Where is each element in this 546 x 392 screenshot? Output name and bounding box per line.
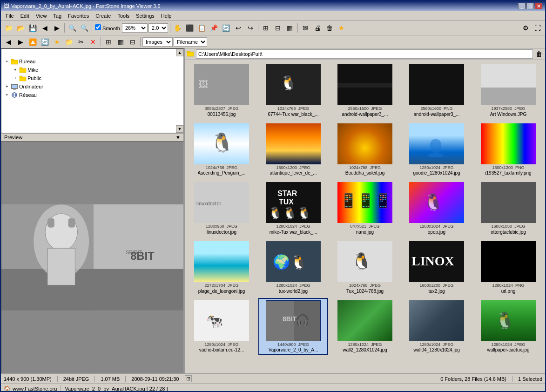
nav-forward-button[interactable]: ▶ — [15, 36, 26, 47]
email-button[interactable]: ✉ — [300, 22, 311, 34]
thumb-cell-23[interactable]: 1280x1024 JPEG wall04_1280x1024.jpg — [402, 298, 472, 355]
zoom-percent-select[interactable]: 26%50%100% — [122, 23, 148, 33]
thumb-cell-9[interactable]: 1600x1200 PNG i193527_tuxfamily.png — [473, 121, 543, 178]
thumb-cell-20[interactable]: 🐄 1280x1024 JPEG vache-boitam.eu-12... — [187, 298, 256, 355]
tree-item-bureau[interactable]: + Bureau — [2, 57, 182, 66]
star-button[interactable]: ★ — [336, 22, 347, 34]
thumb-img-11: STARTUX🐧🐧🐧 — [266, 182, 321, 223]
settings-btn[interactable]: ⚙ — [520, 22, 531, 34]
nav-grid-c-button[interactable]: ⊟ — [127, 36, 138, 47]
menu-create[interactable]: Create — [93, 13, 114, 19]
folder-tree[interactable]: ▲ + Bureau + Mike — [1, 48, 184, 133]
tree-expand-public[interactable]: + — [12, 74, 19, 82]
menu-favorites[interactable]: Favorites — [65, 13, 92, 19]
grid2-button[interactable]: ⊟ — [272, 22, 283, 34]
thumb-cell-3[interactable]: 2560x1600 PNG android-wallpaper3_... — [402, 62, 472, 119]
close-button[interactable]: ✕ — [535, 3, 542, 9]
print-button[interactable]: 🖨 — [312, 22, 323, 34]
tree-item-ordinateur[interactable]: + Ordinateur — [2, 82, 182, 91]
nav-grid-b-button[interactable]: ▦ — [115, 36, 126, 47]
menu-edit[interactable]: Edit — [18, 13, 32, 19]
nav-back-button[interactable]: ◀ — [3, 36, 14, 47]
undo-button[interactable]: ↩ — [233, 22, 244, 34]
thumb-cell-22[interactable]: 1280x1024 JPEG wall2_1280X1024.jpg — [330, 298, 400, 355]
thumb-name-5: Ascending_Penguin_... — [198, 170, 246, 176]
thumb-img-18: LINOX — [409, 241, 464, 282]
next-button[interactable]: ▶ — [51, 22, 62, 34]
tree-item-mike[interactable]: + Mike — [2, 66, 182, 74]
tree-item-public[interactable]: + Public — [2, 74, 182, 82]
nav-delete-red-button[interactable]: ✕ — [88, 36, 99, 47]
tree-expand-bureau[interactable]: + — [3, 58, 11, 65]
thumb-name-8: goodie_1280x1024.jpg — [413, 170, 460, 176]
thumb-cell-10[interactable]: linuxdoctor 1280x960 JPEG linuxdoctor.jp… — [187, 180, 256, 237]
delete-button[interactable]: 🗑 — [324, 22, 335, 34]
preview-dropdown-icon[interactable]: ▼ — [175, 135, 181, 140]
thumb-cell-15[interactable]: 2272x1704 JPEG plage_de_luengoni.jpg — [187, 239, 256, 296]
nav-up-button[interactable]: 🔼 — [27, 36, 38, 47]
maximize-button[interactable]: □ — [526, 3, 534, 9]
thumb-cell-19[interactable]: 1280x1024 PNG url.png — [473, 239, 543, 296]
grid3-button[interactable]: ▦ — [284, 22, 296, 34]
minimize-button[interactable]: _ — [518, 3, 526, 9]
nav-cut-button[interactable]: ✂ — [75, 36, 87, 47]
thumb-cell-8[interactable]: 👤 1280x1024 JPEG goodie_1280x1024.jpg — [402, 121, 472, 178]
thumb-cell-5[interactable]: 🐧 1024x768 JPEG Ascending_Penguin_... — [187, 121, 256, 178]
rotate-button[interactable]: 🔄 — [221, 22, 232, 34]
grid-button[interactable]: ⊞ — [260, 22, 271, 34]
tree-expand-ordinateur[interactable]: + — [3, 83, 11, 90]
select-button[interactable]: ⬛ — [184, 22, 195, 34]
zoom-factor-select[interactable]: 2.01.51.0 — [148, 23, 168, 33]
path-input[interactable] — [196, 49, 533, 59]
filter-type-select[interactable]: Images All Files — [142, 37, 173, 47]
zoom-out-button[interactable]: 🔍 — [79, 22, 90, 34]
prev-button[interactable]: ◀ — [39, 22, 50, 34]
thumb-cell-21[interactable]: 8BIT🎧 1440x900 JPEG Vaporware_2_0_by_A..… — [258, 298, 328, 355]
nav-folder-button[interactable]: 📁 — [63, 36, 74, 47]
hand-tool-button[interactable]: ✋ — [172, 22, 183, 34]
thumb-cell-13[interactable]: 🐧 1280x1024 JPEG opop.jpg — [402, 180, 472, 237]
save-button[interactable]: 💾 — [27, 22, 38, 34]
thumb-cell-24[interactable]: 🐧 1280x1024 JPEG wallpaper-cactux.jpg — [473, 298, 543, 355]
thumb-cell-0[interactable]: 🖼 3056x2307 JPEG 00013456.jpg — [187, 62, 256, 119]
thumb-cell-7[interactable]: 1024x768 JPEG Bouddha_soleil.jpg — [330, 121, 400, 178]
tree-expand-mike[interactable]: + — [12, 66, 19, 74]
svg-rect-2 — [20, 68, 26, 73]
menu-view[interactable]: View — [33, 13, 50, 19]
nav-refresh-button[interactable]: 🔄 — [39, 36, 50, 47]
sort-by-select[interactable]: Filename Date Size — [174, 37, 207, 47]
menu-file[interactable]: File — [3, 13, 17, 19]
thumb-cell-2[interactable]: 2560x1600 JPEG android-wallpaper3_... — [330, 62, 400, 119]
status-fit-icon[interactable]: ⊡ — [185, 375, 192, 382]
thumb-cell-11[interactable]: STARTUX🐧🐧🐧 1280x1024 JPEG mike-Tux war_b… — [258, 180, 328, 237]
thumb-cell-12[interactable]: 📱📱📱 847x521 JPEG nano.jpg — [330, 180, 400, 237]
smooth-checkbox[interactable] — [95, 24, 101, 30]
menu-help[interactable]: Help — [158, 13, 175, 19]
menu-settings[interactable]: Settings — [133, 13, 157, 19]
thumbnail-grid[interactable]: 🖼 3056x2307 JPEG 00013456.jpg 🐧 1024x768… — [185, 60, 545, 373]
open-folder-button[interactable]: 📁 — [3, 22, 14, 34]
open-recent-button[interactable]: 📂 — [15, 22, 26, 34]
thumb-cell-1[interactable]: 🐧 1024x768 JPEG 67744-Tux war_black_... — [258, 62, 328, 119]
zoom-in-button[interactable]: 🔍 — [67, 22, 78, 34]
thumb-cell-14[interactable]: 1680x1050 JPEG ottergtaclubic.jpg — [473, 180, 543, 237]
thumb-cell-4[interactable]: 1937x2580 JPEG Art Windows.JPG — [473, 62, 543, 119]
thumb-cell-18[interactable]: LINOX 1600x1200 JPEG tux2.jpg — [402, 239, 472, 296]
nav-star-button[interactable]: ★ — [51, 36, 62, 47]
nav-grid-a-button[interactable]: ⊞ — [103, 36, 114, 47]
path-clear-button[interactable]: 🗑 — [535, 50, 543, 58]
thumb-cell-6[interactable]: 1600x1200 JPEG atlantique_lever_de_... — [258, 121, 328, 178]
redo-button[interactable]: ↪ — [245, 22, 256, 34]
tree-scroll-down[interactable]: ▼ — [176, 125, 183, 133]
menu-tools[interactable]: Tools — [115, 13, 132, 19]
svg-text:TUX: TUX — [279, 198, 294, 206]
thumb-cell-17[interactable]: 🐧 1024x768 JPEG Tux_1024-768.jpg — [330, 239, 400, 296]
copy-button[interactable]: 📋 — [196, 22, 208, 34]
paste-button[interactable]: 📌 — [209, 22, 220, 34]
thumb-cell-16[interactable]: 🌍🐧 1280x1024 JPEG tux-world2.jpg — [258, 239, 328, 296]
fullscreen-btn[interactable]: ⛶ — [532, 22, 543, 34]
tree-item-reseau[interactable]: + Réseau — [2, 91, 182, 99]
tree-expand-reseau[interactable]: + — [3, 91, 11, 99]
tree-scroll-up[interactable]: ▲ — [176, 49, 183, 56]
menu-tag[interactable]: Tag — [50, 13, 64, 19]
